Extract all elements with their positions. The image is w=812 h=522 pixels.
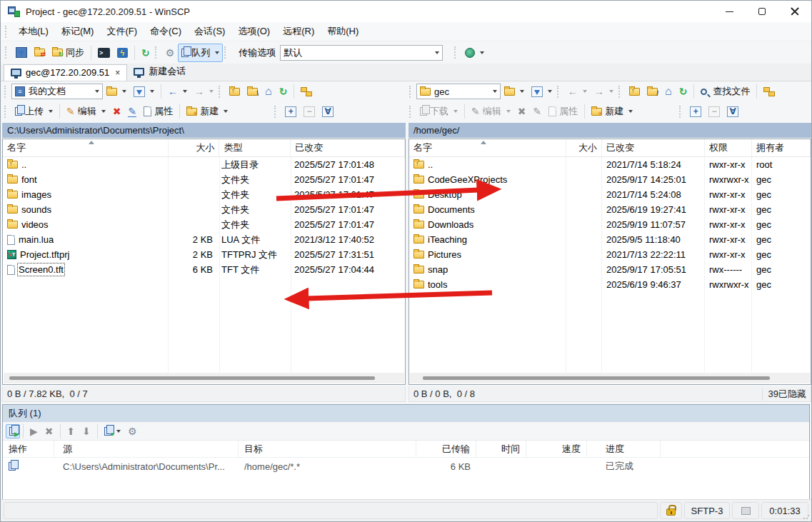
file-row[interactable]: videos 文件夹 2025/5/27 17:01:47 bbox=[3, 217, 405, 232]
queue-move-up-button[interactable]: ⬆ bbox=[64, 423, 79, 439]
file-row[interactable]: tools 2025/6/19 9:46:37 rwxrwxr-x gec bbox=[409, 277, 811, 292]
file-row[interactable]: .. 2021/7/14 5:18:24 rwxr-xr-x root bbox=[409, 157, 811, 172]
local-new-button[interactable]: ✶新建 bbox=[183, 102, 231, 121]
remote-path-bar[interactable]: /home/gec/ bbox=[408, 123, 811, 138]
remote-delete-button[interactable]: ✖ bbox=[514, 104, 530, 119]
local-horizontal-scrollbar[interactable] bbox=[4, 373, 404, 383]
remote-parent-dir-button[interactable] bbox=[626, 85, 643, 99]
remote-rename-button[interactable]: ✎ bbox=[529, 104, 545, 119]
col-header-transferred[interactable]: 已传输 bbox=[416, 441, 476, 457]
menu-help[interactable]: 帮助(H) bbox=[321, 22, 365, 41]
refresh-session-button[interactable]: ↻ bbox=[138, 45, 154, 61]
local-properties-button[interactable]: 属性 bbox=[140, 102, 176, 121]
upload-button[interactable]: 上传 bbox=[11, 102, 56, 121]
remote-refresh-button[interactable]: ↻ bbox=[676, 84, 691, 99]
remote-drive-combo[interactable]: gec bbox=[416, 84, 501, 99]
file-row[interactable]: Downloads 2025/9/19 11:07:57 rwxr-xr-x g… bbox=[409, 217, 811, 232]
tab-close-icon[interactable]: × bbox=[115, 68, 120, 78]
menu-local[interactable]: 本地(L) bbox=[12, 22, 55, 41]
file-row[interactable]: Project.tftprj 2 KB TFTPRJ 文件 2025/5/27 … bbox=[3, 247, 405, 262]
col-header-progress[interactable]: 进度 bbox=[587, 441, 661, 457]
encryption-segment[interactable] bbox=[660, 502, 682, 519]
file-row[interactable]: font 文件夹 2025/5/27 17:01:47 bbox=[3, 172, 405, 187]
file-row-focused[interactable]: Screen0.tft 6 KB TFT 文件 2025/5/27 17:04:… bbox=[3, 262, 405, 277]
local-delete-button[interactable]: ✖ bbox=[109, 104, 125, 119]
col-header-owner[interactable]: 拥有者 bbox=[752, 139, 811, 156]
menu-session[interactable]: 会话(S) bbox=[188, 22, 231, 41]
file-row[interactable]: images 文件夹 2025/5/27 17:01:47 bbox=[3, 187, 405, 202]
remote-select-button[interactable]: + bbox=[686, 104, 705, 120]
minimize-button[interactable] bbox=[713, 1, 746, 22]
queue-show-button[interactable]: ▶ bbox=[6, 424, 20, 438]
scrollbar-thumb[interactable] bbox=[423, 376, 770, 380]
transfer-preset-combo[interactable]: 默认 bbox=[280, 45, 443, 61]
remote-back-button[interactable]: ← bbox=[564, 84, 591, 99]
menu-file[interactable]: 文件(F) bbox=[100, 22, 144, 41]
local-forward-button[interactable]: → bbox=[191, 84, 217, 99]
file-row[interactable]: Documents 2025/6/19 19:27:41 rwxr-xr-x g… bbox=[409, 202, 811, 217]
tab-new-session[interactable]: 新建会话 bbox=[127, 63, 192, 81]
file-row[interactable]: main.lua 2 KB LUA 文件 2021/3/12 17:40:52 bbox=[3, 232, 405, 247]
file-row[interactable]: .. 上级目录 2025/5/27 17:01:48 bbox=[3, 157, 405, 172]
preferences-button[interactable]: ⚙ bbox=[162, 45, 179, 61]
local-root-dir-button[interactable]: \ bbox=[244, 85, 261, 99]
download-button[interactable]: 下载 bbox=[416, 102, 461, 121]
remote-filter-button[interactable] bbox=[528, 84, 556, 100]
remote-horizontal-scrollbar[interactable] bbox=[410, 373, 810, 383]
resize-grip[interactable] bbox=[803, 513, 810, 520]
queue-row[interactable]: C:\Users\Administrator\Documents\Pr... /… bbox=[3, 458, 809, 475]
queue-delete-button[interactable]: ✖ bbox=[41, 423, 57, 439]
col-header-name[interactable]: 名字 bbox=[409, 139, 566, 156]
scrollbar-thumb[interactable] bbox=[9, 376, 375, 380]
local-parent-dir-button[interactable] bbox=[226, 85, 244, 99]
local-select-button[interactable]: + bbox=[281, 104, 300, 120]
local-refresh-button[interactable]: ↻ bbox=[276, 84, 291, 99]
queue-move-down-button[interactable]: ⬇ bbox=[79, 423, 94, 439]
remote-new-button[interactable]: ✶新建 bbox=[588, 102, 636, 121]
file-row[interactable]: snap 2025/9/17 17:05:51 rwx------ gec bbox=[409, 262, 811, 277]
local-back-button[interactable]: ← bbox=[164, 84, 191, 99]
maximize-button[interactable] bbox=[746, 1, 778, 22]
local-unselect-button[interactable]: − bbox=[300, 104, 319, 120]
remote-invert-selection-button[interactable]: ∀ bbox=[723, 104, 742, 120]
col-header-type[interactable]: 类型 bbox=[219, 139, 291, 156]
col-header-changed[interactable]: 已改变 bbox=[291, 139, 405, 156]
file-row[interactable]: Pictures 2021/7/13 22:22:11 rwxr-xr-x ge… bbox=[409, 247, 811, 262]
local-filter-button[interactable] bbox=[130, 84, 158, 100]
menu-options[interactable]: 选项(O) bbox=[231, 22, 276, 41]
local-edit-button[interactable]: ✎编辑 bbox=[63, 102, 109, 121]
remote-home-dir-button[interactable]: ⌂ bbox=[661, 83, 676, 100]
remote-unselect-button[interactable]: − bbox=[705, 104, 723, 120]
open-console-button[interactable]: > bbox=[94, 45, 114, 61]
col-header-time[interactable]: 时间 bbox=[476, 441, 526, 457]
file-row[interactable]: sounds 文件夹 2025/5/27 17:01:47 bbox=[3, 202, 405, 217]
local-tree-button[interactable] bbox=[297, 84, 316, 99]
close-button[interactable] bbox=[778, 1, 811, 22]
explorer-button[interactable] bbox=[461, 45, 488, 61]
menu-command[interactable]: 命令(C) bbox=[144, 22, 188, 41]
remote-edit-button[interactable]: ✎编辑 bbox=[468, 102, 514, 121]
col-header-changed[interactable]: 已改变 bbox=[602, 139, 705, 156]
tab-session[interactable]: gec@172.20.209.51 × bbox=[4, 64, 127, 81]
col-header-size[interactable]: 大小 bbox=[169, 139, 220, 156]
local-invert-selection-button[interactable]: ∀ bbox=[319, 104, 337, 120]
file-row[interactable]: iTeaching 2025/9/5 11:18:40 rwxr-xr-x ge… bbox=[409, 232, 811, 247]
local-rename-button[interactable]: ✎ bbox=[124, 104, 140, 120]
synchronize-button[interactable]: ↻同步 bbox=[49, 44, 88, 62]
remote-forward-button[interactable]: → bbox=[591, 84, 617, 99]
queue-operations-button[interactable]: ● bbox=[101, 424, 124, 438]
col-header-size[interactable]: 大小 bbox=[566, 139, 602, 156]
protocol-segment[interactable]: SFTP-3 bbox=[684, 502, 730, 519]
col-header-speed[interactable]: 速度 bbox=[526, 441, 587, 457]
local-open-dir-button[interactable] bbox=[103, 85, 130, 99]
remote-tree-button[interactable] bbox=[760, 84, 778, 99]
file-row[interactable]: CodeGeeXProjects 2025/9/17 14:25:01 rwxr… bbox=[409, 172, 811, 187]
menu-remote[interactable]: 远程(R) bbox=[276, 22, 321, 41]
col-header-perms[interactable]: 权限 bbox=[705, 139, 752, 156]
local-home-dir-button[interactable]: ⌂ bbox=[261, 83, 276, 100]
col-header-operation[interactable]: 操作 bbox=[3, 441, 54, 457]
find-files-button[interactable]: 查找文件 bbox=[697, 82, 753, 101]
commander-view-button[interactable] bbox=[12, 44, 31, 61]
queue-resume-button[interactable]: ▶ bbox=[26, 423, 41, 439]
remote-root-dir-button[interactable]: / bbox=[643, 85, 661, 99]
